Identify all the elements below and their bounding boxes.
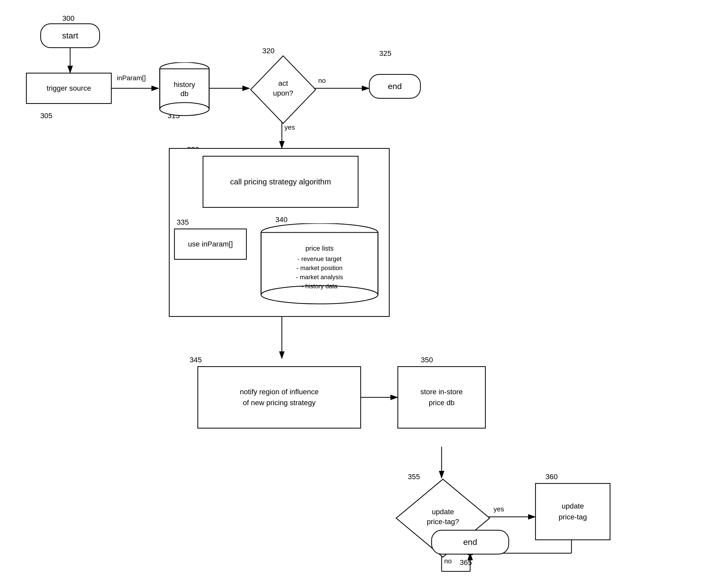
label-yes-355: yes <box>494 505 504 513</box>
node-start-label: start <box>62 31 78 41</box>
svg-text:- market analysis: - market analysis <box>296 273 343 280</box>
label-345: 345 <box>190 356 202 364</box>
node-start: start <box>40 23 100 48</box>
node-price-lists: price lists - revenue target - market po… <box>260 223 379 309</box>
node-call-pricing: call pricing strategy algorithm <box>203 156 358 208</box>
svg-text:db: db <box>180 90 188 98</box>
label-inparam: inParam[] <box>117 74 146 82</box>
label-365: 365 <box>460 559 472 567</box>
label-360: 360 <box>545 473 558 481</box>
svg-text:update: update <box>432 508 454 516</box>
svg-text:history: history <box>174 81 195 88</box>
node-use-inparam: use inParam[] <box>174 229 247 260</box>
node-history-db: history db <box>159 62 210 117</box>
node-trigger-source: trigger source <box>26 73 112 104</box>
svg-text:upon?: upon? <box>273 89 293 97</box>
node-update-price-tag: updateprice-tag <box>535 483 610 540</box>
node-call-pricing-label: call pricing strategy algorithm <box>230 176 331 187</box>
svg-text:- revenue target: - revenue target <box>297 255 341 262</box>
label-yes-320: yes <box>285 123 295 131</box>
node-end325-label: end <box>388 82 401 91</box>
label-325: 325 <box>379 49 391 58</box>
label-300: 300 <box>62 14 75 23</box>
label-no-320: no <box>318 77 326 85</box>
label-305: 305 <box>40 112 53 120</box>
label-335: 335 <box>177 218 189 227</box>
node-end-325: end <box>369 74 421 99</box>
node-store-price-db-label: store in-storeprice db <box>420 386 463 408</box>
svg-text:price lists: price lists <box>306 245 334 252</box>
svg-text:act: act <box>278 79 288 87</box>
node-end-365: end <box>431 530 509 554</box>
node-notify-region: notify region of influenceof new pricing… <box>198 366 361 428</box>
svg-text:- market position: - market position <box>296 265 343 271</box>
node-store-price-db: store in-storeprice db <box>397 366 486 428</box>
node-act-upon: act upon? <box>249 55 317 125</box>
node-trigger-label: trigger source <box>46 84 91 92</box>
label-340: 340 <box>275 215 288 224</box>
node-end365-label: end <box>463 537 477 547</box>
flowchart-diagram: 300 start 305 trigger source inParam[] 3… <box>0 0 725 588</box>
svg-text:- history data: - history data <box>302 282 338 290</box>
svg-text:price-tag?: price-tag? <box>427 518 459 526</box>
label-320: 320 <box>262 47 274 55</box>
node-update-price-tag-label: updateprice-tag <box>559 501 587 523</box>
svg-point-5 <box>160 103 209 115</box>
node-use-inparam-label: use inParam[] <box>188 240 233 248</box>
label-350: 350 <box>421 356 433 364</box>
node-notify-region-label: notify region of influenceof new pricing… <box>240 386 319 408</box>
label-no-355: no <box>444 557 452 565</box>
